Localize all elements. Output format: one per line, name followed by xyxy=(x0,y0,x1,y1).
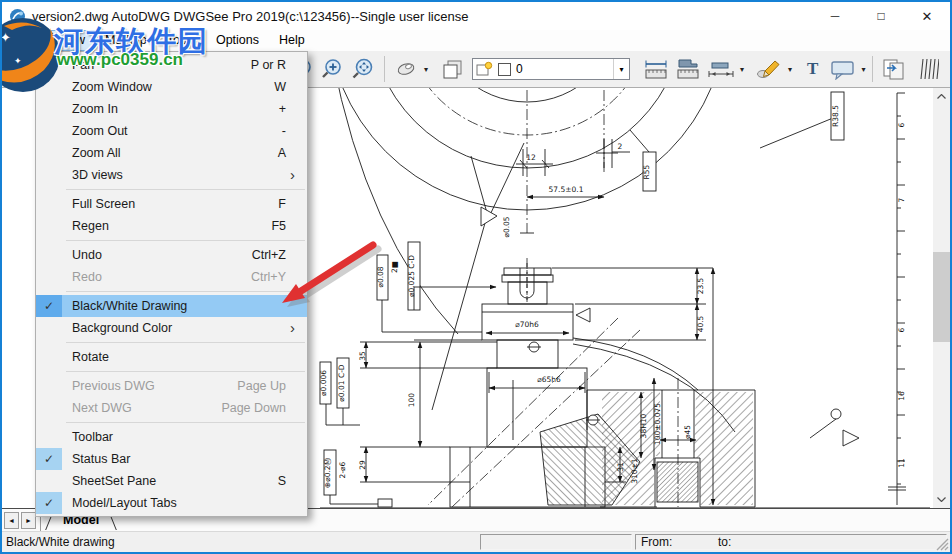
menu-item-label: Regen xyxy=(62,219,109,233)
cad-dimension-label: ⌀0.08 xyxy=(376,266,385,287)
menubar-item-file[interactable]: File xyxy=(8,30,48,51)
menu-item-redo[interactable]: RedoCtrl+Y xyxy=(36,266,307,288)
app-window: version2.dwg AutoDWG DWGSee Pro 2019(c:\… xyxy=(0,0,952,554)
scroll-up-button[interactable] xyxy=(933,88,950,105)
menu-item-shortcut: - xyxy=(282,124,307,138)
comment-button[interactable] xyxy=(827,55,859,83)
cad-dimension-label: 57.5±0.1 xyxy=(549,185,584,194)
menu-item-toolbar[interactable]: Toolbar xyxy=(36,426,307,448)
layers-button[interactable] xyxy=(438,55,468,83)
menu-item-undo[interactable]: UndoCtrl+Z xyxy=(36,244,307,266)
menu-item-regen[interactable]: RegenF5 xyxy=(36,215,307,237)
scrollbar-thumb[interactable] xyxy=(933,252,950,342)
menu-item-zoom-out[interactable]: Zoom Out- xyxy=(36,120,307,142)
menu-item-shortcut: A xyxy=(278,146,307,160)
menu-item-label: SheetSet Pane xyxy=(62,474,156,488)
menubar-item-view[interactable]: View xyxy=(48,30,95,51)
menu-item-label: Black/White Drawing xyxy=(62,299,187,313)
close-button[interactable]: ✕ xyxy=(904,2,950,30)
export-button[interactable] xyxy=(878,55,910,83)
menu-separator xyxy=(66,291,305,292)
measure-distance-button[interactable] xyxy=(704,55,738,83)
vertical-scrollbar[interactable] xyxy=(933,88,950,508)
measure-dropdown-arrow[interactable]: ▾ xyxy=(738,65,746,74)
scroll-down-button[interactable] xyxy=(933,491,950,508)
menu-item-rotate[interactable]: Rotate xyxy=(36,346,307,368)
app-icon xyxy=(9,8,26,25)
maximize-button[interactable]: □ xyxy=(858,2,904,30)
menu-item-shortcut: P or R xyxy=(251,58,307,72)
toolbar-grip[interactable] xyxy=(5,56,7,82)
status-from-label: From: xyxy=(641,535,672,549)
cad-dimension-label: 2■ xyxy=(390,261,399,273)
cad-dimension-label: 23.5 xyxy=(696,277,705,294)
resize-grip-icon[interactable] xyxy=(936,538,949,551)
check-gutter xyxy=(36,317,62,339)
zoom-all-button[interactable] xyxy=(347,55,379,83)
hatch-button[interactable] xyxy=(916,55,942,83)
marker-dropdown-arrow[interactable]: ▾ xyxy=(786,65,794,74)
menu-item-zoom-all[interactable]: Zoom AllA xyxy=(36,142,307,164)
tab-scroll-left-button[interactable]: ◄ xyxy=(4,512,19,529)
minimize-button[interactable]: ─ xyxy=(812,2,858,30)
check-gutter xyxy=(36,215,62,237)
cad-dimension-label: R38.5 xyxy=(831,105,840,127)
check-gutter xyxy=(36,375,62,397)
menu-item-shortcut: S xyxy=(278,474,307,488)
measure-length-button[interactable] xyxy=(640,55,672,83)
menu-separator xyxy=(66,189,305,190)
menu-item-shortcut: W xyxy=(274,80,307,94)
view-menu-popup: PanP or RZoom WindowWZoom In+Zoom Out-Zo… xyxy=(35,51,308,517)
cad-dimension-label: 6 xyxy=(897,122,906,127)
menu-item-shortcut: + xyxy=(279,102,307,116)
menu-item-zoom-in[interactable]: Zoom In+ xyxy=(36,98,307,120)
measure-area-button[interactable] xyxy=(672,55,704,83)
check-gutter xyxy=(36,164,62,186)
menu-item-zoom-window[interactable]: Zoom WindowW xyxy=(36,76,307,98)
layer-combo-dropdown[interactable]: ▾ xyxy=(613,59,629,79)
cad-dimension-label: 310±1 xyxy=(630,458,639,484)
orbit-dropdown-arrow[interactable]: ▾ xyxy=(422,65,430,74)
cad-dimension-label: 29 xyxy=(358,460,367,470)
cad-dimension-label: 6 xyxy=(897,327,906,332)
menu-item-model-layout-tabs[interactable]: ✓Model/Layout Tabs xyxy=(36,492,307,514)
menu-item-shortcut: Page Down xyxy=(221,401,307,415)
marker-pen-icon xyxy=(755,57,783,81)
menu-item-black-white-drawing[interactable]: ✓Black/White Drawing xyxy=(36,295,307,317)
menubar-item-markup[interactable]: Markup xyxy=(95,30,157,51)
layer-combo[interactable]: 0 ▾ xyxy=(472,58,630,80)
hatch-lines-icon xyxy=(919,57,939,81)
comment-dropdown-arrow[interactable]: ▾ xyxy=(859,65,867,74)
menu-item-label: Zoom In xyxy=(62,102,118,116)
zoom-in-button[interactable] xyxy=(317,55,347,83)
cad-dimension-label: 38H10 xyxy=(639,413,648,438)
menu-separator xyxy=(66,371,305,372)
zoom-in-icon xyxy=(320,57,344,81)
menu-item-pan[interactable]: PanP or R xyxy=(36,54,307,76)
cad-dimension-label: ⌀0.01 C-D xyxy=(337,364,346,402)
menubar-item-tools[interactable]: Tools xyxy=(157,30,206,51)
menu-item-sheetset-pane[interactable]: SheetSet PaneS xyxy=(36,470,307,492)
menu-item-3d-views[interactable]: 3D views› xyxy=(36,164,307,186)
check-gutter xyxy=(36,142,62,164)
tab-scroll-right-button[interactable]: ► xyxy=(21,512,36,529)
menu-item-next-dwg[interactable]: Next DWGPage Down xyxy=(36,397,307,419)
orbit-view-button[interactable] xyxy=(390,55,422,83)
menu-item-label: Zoom All xyxy=(62,146,121,160)
menu-item-background-color[interactable]: Background Color› xyxy=(36,317,307,339)
status-bar: Black/White drawing From: to: xyxy=(2,531,950,552)
menu-item-label: Zoom Out xyxy=(62,124,128,138)
check-gutter xyxy=(36,244,62,266)
toolbar-separator xyxy=(384,56,385,82)
text-tool-button[interactable]: T xyxy=(804,55,821,83)
checkmark-icon: ✓ xyxy=(36,448,62,470)
menu-item-label: Zoom Window xyxy=(62,80,152,94)
menubar-item-help[interactable]: Help xyxy=(269,30,315,51)
chevron-up-icon xyxy=(937,94,946,99)
marker-pen-button[interactable] xyxy=(752,55,786,83)
menubar-item-options[interactable]: Options xyxy=(206,30,269,51)
menu-item-status-bar[interactable]: ✓Status Bar xyxy=(36,448,307,470)
menu-item-previous-dwg[interactable]: Previous DWGPage Up xyxy=(36,375,307,397)
check-gutter xyxy=(36,120,62,142)
menu-item-full-screen[interactable]: Full ScreenF xyxy=(36,193,307,215)
